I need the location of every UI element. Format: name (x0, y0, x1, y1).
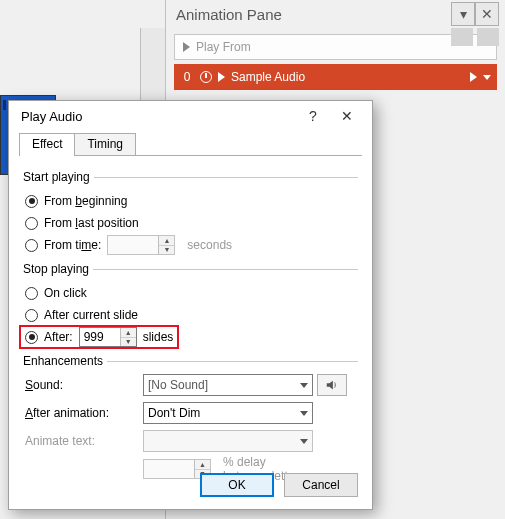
animate-text-label: Animate text: (25, 434, 143, 448)
animate-text-combo (143, 430, 313, 452)
sound-value: [No Sound] (148, 378, 208, 392)
radio-from-beginning-label: From beginning (44, 194, 127, 208)
animation-pane-title: Animation Pane (176, 6, 451, 23)
animation-item-index: 0 (180, 70, 194, 84)
chevron-down-icon (300, 411, 308, 416)
pane-close-button[interactable]: ✕ (475, 2, 499, 26)
animation-item[interactable]: 0 Sample Audio (174, 64, 497, 90)
radio-from-last-position-label: From last position (44, 216, 139, 230)
play-audio-dialog: Play Audio ? ✕ Effect Timing Start playi… (8, 100, 373, 510)
sound-combo[interactable]: [No Sound] (143, 374, 313, 396)
ruler-edge (140, 28, 165, 108)
group-stop-playing-legend: Stop playing (23, 262, 93, 276)
radio-after-label: After: (44, 330, 73, 344)
sound-preview-button[interactable] (317, 374, 347, 396)
after-animation-value: Don't Dim (148, 406, 200, 420)
spin-up: ▲ (195, 460, 210, 470)
clock-icon (200, 71, 212, 83)
after-slides-spinner[interactable]: ▲▼ (79, 327, 137, 347)
spin-up[interactable]: ▲ (121, 328, 136, 338)
sound-label: Sound: (25, 378, 143, 392)
after-slides-input[interactable] (80, 328, 120, 346)
cancel-button[interactable]: Cancel (284, 473, 358, 497)
dialog-title: Play Audio (21, 109, 296, 124)
radio-on-click[interactable] (25, 287, 38, 300)
chevron-down-icon (300, 439, 308, 444)
tab-effect[interactable]: Effect (19, 133, 75, 156)
group-enhancements-legend: Enhancements (23, 354, 107, 368)
chevron-down-icon (300, 383, 308, 388)
group-enhancements: Enhancements Sound: [No Sound] After ani… (23, 354, 358, 480)
seconds-label: seconds (187, 238, 232, 252)
spin-down[interactable]: ▼ (121, 338, 136, 347)
play-from-label: Play From (196, 40, 251, 54)
radio-from-last-position[interactable] (25, 217, 38, 230)
chevron-down-icon (483, 75, 491, 80)
radio-from-beginning[interactable] (25, 195, 38, 208)
close-button[interactable]: ✕ (330, 108, 364, 124)
play-from-button[interactable]: Play From (174, 34, 497, 60)
radio-on-click-label: On click (44, 286, 87, 300)
radio-after-current-slide[interactable] (25, 309, 38, 322)
from-time-input[interactable] (108, 236, 158, 254)
play-icon (183, 42, 190, 52)
after-animation-combo[interactable]: Don't Dim (143, 402, 313, 424)
play-icon (470, 72, 477, 82)
tab-timing[interactable]: Timing (74, 133, 136, 156)
group-start-playing: Start playing From beginning From last p… (23, 170, 358, 256)
radio-from-time[interactable] (25, 239, 38, 252)
tab-strip: Effect Timing (9, 133, 372, 156)
spin-down[interactable]: ▼ (159, 246, 174, 255)
slides-label: slides (143, 330, 174, 344)
radio-after-current-slide-label: After current slide (44, 308, 138, 322)
spin-up[interactable]: ▲ (159, 236, 174, 246)
pane-thumb-row (451, 28, 499, 46)
radio-from-time-label: From time: (44, 238, 101, 252)
help-button[interactable]: ? (296, 108, 330, 124)
dialog-titlebar[interactable]: Play Audio ? ✕ (9, 101, 372, 131)
speaker-icon (325, 378, 339, 392)
radio-after-n-slides[interactable] (25, 331, 38, 344)
animation-item-label: Sample Audio (231, 70, 464, 84)
ok-button[interactable]: OK (200, 473, 274, 497)
from-time-spinner[interactable]: ▲▼ (107, 235, 175, 255)
after-animation-label: After animation: (25, 406, 143, 420)
delay-input (144, 460, 194, 478)
group-stop-playing: Stop playing On click After current slid… (23, 262, 358, 348)
pane-options-button[interactable]: ▾ (451, 2, 475, 26)
group-start-playing-legend: Start playing (23, 170, 94, 184)
after-slides-highlight: After: ▲▼ slides (19, 325, 179, 349)
play-icon (218, 72, 225, 82)
